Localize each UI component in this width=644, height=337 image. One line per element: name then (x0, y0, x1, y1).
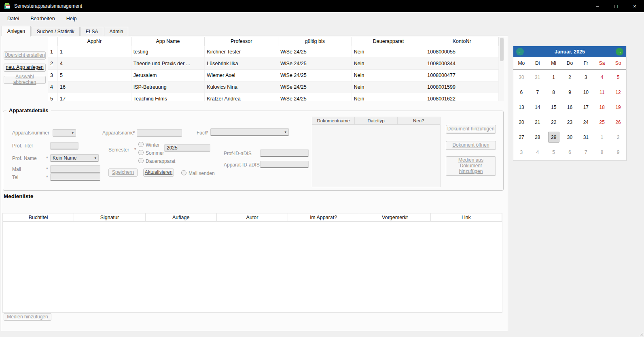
calendar-day[interactable]: 31 (578, 130, 594, 145)
table-row[interactable]: 3 5 Jerusalem Wiemer Axel WiSe 24/25 Nei… (48, 70, 499, 81)
mail-senden-checkbox[interactable] (181, 170, 186, 175)
calendar-day[interactable]: 2 (562, 70, 578, 85)
calendar-day[interactable]: 27 (513, 130, 530, 145)
maximize-icon[interactable]: □ (607, 0, 625, 12)
column-header[interactable]: Professor (205, 37, 278, 46)
table-scrollbar[interactable] (499, 37, 504, 101)
calendar-day[interactable]: 16 (562, 100, 578, 115)
table-row[interactable]: 5 17 Teaching Films Kratzer Andrea WiSe … (48, 93, 499, 101)
column-header[interactable]: Buchtitel (3, 213, 74, 221)
calendar-day[interactable]: 9 (562, 85, 578, 100)
neue-app-anlegen-button[interactable]: neu. App anlegen (4, 64, 46, 72)
calendar-day[interactable]: 19 (610, 100, 626, 115)
calendar-day[interactable]: 4 (530, 145, 546, 160)
prof-id-adis-field[interactable] (260, 149, 309, 157)
tel-field[interactable] (50, 173, 100, 181)
jahr-field[interactable] (164, 144, 210, 151)
prof-titel-field[interactable] (50, 142, 78, 149)
column-header[interactable]: im Apparat? (288, 213, 359, 221)
calendar-day[interactable]: 23 (562, 115, 578, 130)
calendar-day[interactable]: 5 (610, 70, 626, 85)
calendar-day[interactable]: 4 (594, 70, 610, 85)
medien-hinzufuegen-button[interactable]: Medien hinzufügen (4, 313, 51, 321)
column-header[interactable]: Dateityp (355, 117, 397, 124)
dokument-oeffnen-button[interactable]: Dokument öffnen (446, 141, 496, 150)
calendar-day[interactable]: 15 (546, 100, 562, 115)
calendar-day[interactable]: 10 (578, 85, 594, 100)
menu-bearbeiten[interactable]: Bearbeiten (25, 13, 60, 24)
column-header[interactable]: Link (431, 213, 502, 221)
speichern-button[interactable]: Speichern (108, 168, 138, 177)
calendar-day[interactable]: 28 (530, 130, 546, 145)
table-row[interactable]: 1 1 testing Kirchner Tester WiSe 24/25 N… (48, 46, 499, 58)
dokument-hinzufuegen-button[interactable]: Dokument hinzufügen (446, 125, 496, 134)
column-header[interactable]: App Name (131, 37, 205, 46)
calendar-day[interactable]: 21 (530, 115, 546, 130)
previous-month-icon[interactable]: ← (516, 48, 524, 55)
dauerapparat-radio[interactable] (138, 158, 144, 163)
column-header[interactable]: KontoNr (425, 37, 499, 46)
medien-aus-dokument-button[interactable]: Medien aus Dokument hinzufügen (446, 156, 496, 176)
column-header[interactable]: Signatur (74, 213, 145, 221)
resize-grip[interactable] (639, 332, 643, 336)
calendar-day[interactable]: 1 (546, 70, 562, 85)
calendar-day[interactable]: 13 (513, 100, 530, 115)
column-header[interactable]: Autor (217, 213, 288, 221)
auswahl-abbrechen-button[interactable]: Auswahl abbrechen (4, 76, 46, 84)
mail-field[interactable] (50, 165, 100, 173)
sommer-radio[interactable] (138, 150, 144, 155)
column-header[interactable]: AppNr (58, 37, 131, 46)
calendar-day[interactable]: 22 (546, 115, 562, 130)
winter-radio[interactable] (138, 142, 144, 147)
calendar-day[interactable]: 17 (578, 100, 594, 115)
calendar-day[interactable]: 25 (594, 115, 610, 130)
menu-help[interactable]: Help (61, 13, 83, 24)
calendar-day[interactable]: 3 (513, 145, 530, 160)
minimize-icon[interactable]: – (588, 0, 607, 12)
calendar-day[interactable]: 26 (610, 115, 626, 130)
column-header[interactable]: Vorgemerkt (359, 213, 430, 221)
column-header[interactable]: Dokumentname (312, 117, 355, 124)
table-row[interactable]: 4 16 ISP-Betreuung Kulovics Nina WiSe 24… (48, 81, 499, 93)
calendar-day[interactable]: 6 (513, 85, 530, 100)
column-header[interactable]: Neu? (398, 117, 440, 124)
calendar-day[interactable]: 2 (610, 130, 626, 145)
calendar-day[interactable]: 8 (546, 85, 562, 100)
calendar-day[interactable]: 30 (513, 70, 530, 85)
table-row[interactable]: 2 4 Theorie und Praxis der ... Lüsebrink… (48, 58, 499, 70)
calendar-day[interactable]: 8 (594, 145, 610, 160)
calendar-day[interactable]: 9 (610, 145, 626, 160)
column-header[interactable]: gültig bis (278, 37, 352, 46)
column-header[interactable]: Auflage (146, 213, 217, 221)
column-header[interactable]: Dauerapparat (352, 37, 426, 46)
apparatsname-field[interactable] (137, 129, 182, 137)
calendar-day[interactable]: 14 (530, 100, 546, 115)
calendar-day[interactable]: 5 (546, 145, 562, 160)
scrollbar-thumb[interactable] (500, 38, 504, 61)
calendar-day[interactable]: 31 (530, 70, 546, 85)
calendar-day[interactable]: 3 (578, 70, 594, 85)
uebersicht-erstellen-button[interactable]: Übersicht erstellen (4, 51, 46, 60)
fach-combobox[interactable]: ▾ (210, 128, 289, 136)
tab-anlegen[interactable]: Anlegen (2, 26, 31, 36)
tab-suchen-statistik[interactable]: Suchen / Statistik (32, 27, 80, 36)
calendar-day[interactable]: 29 (548, 132, 559, 143)
calendar-day[interactable]: 18 (594, 100, 610, 115)
calendar-day[interactable]: 1 (594, 130, 610, 145)
calendar-day[interactable]: 12 (610, 85, 626, 100)
tab-elsa[interactable]: ELSA (80, 27, 104, 36)
calendar-day[interactable]: 20 (513, 115, 530, 130)
calendar-day[interactable]: 7 (578, 145, 594, 160)
prof-name-combobox[interactable]: Kein Name ▾ (50, 154, 99, 162)
calendar-day[interactable]: 30 (562, 130, 578, 145)
column-header[interactable] (48, 37, 58, 46)
menu-datei[interactable]: Datei (2, 13, 25, 24)
next-month-icon[interactable]: → (616, 48, 623, 55)
apparat-id-adis-field[interactable] (260, 161, 309, 168)
close-icon[interactable]: × (625, 0, 644, 12)
tab-admin[interactable]: Admin (104, 27, 128, 36)
calendar-day[interactable]: 11 (594, 85, 610, 100)
calendar-day[interactable]: 7 (530, 85, 546, 100)
apparatsnummer-combobox[interactable]: ▾ (53, 129, 76, 137)
calendar-day[interactable]: 6 (562, 145, 578, 160)
